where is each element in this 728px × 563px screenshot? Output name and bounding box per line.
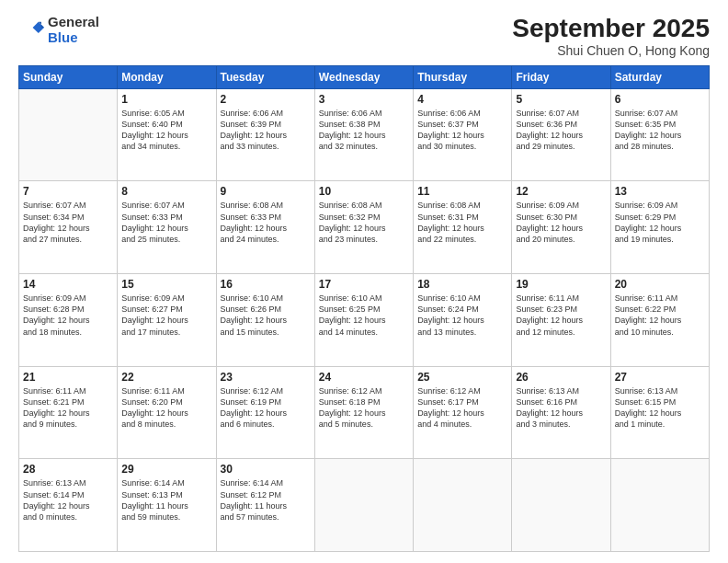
day-number: 14: [23, 278, 113, 291]
calendar-day-header: Monday: [118, 65, 216, 88]
day-info: Sunrise: 6:11 AM Sunset: 6:22 PM Dayligh…: [615, 293, 705, 338]
day-number: 1: [121, 93, 211, 106]
day-number: 17: [319, 278, 409, 291]
logo-text: General Blue: [48, 15, 99, 45]
day-info: Sunrise: 6:10 AM Sunset: 6:26 PM Dayligh…: [221, 293, 311, 338]
day-info: Sunrise: 6:09 AM Sunset: 6:28 PM Dayligh…: [23, 293, 113, 338]
day-info: Sunrise: 6:07 AM Sunset: 6:35 PM Dayligh…: [615, 108, 705, 153]
day-number: 8: [121, 185, 211, 198]
calendar-cell: 30Sunrise: 6:14 AM Sunset: 6:12 PM Dayli…: [216, 459, 314, 552]
day-info: Sunrise: 6:10 AM Sunset: 6:25 PM Dayligh…: [319, 293, 409, 338]
calendar-cell: 20Sunrise: 6:11 AM Sunset: 6:22 PM Dayli…: [610, 274, 709, 367]
title-location: Shui Chuen O, Hong Kong: [512, 43, 710, 58]
page: General Blue September 2025 Shui Chuen O…: [0, 0, 728, 563]
logo-general: General: [48, 15, 99, 30]
day-number: 12: [516, 185, 606, 198]
day-number: 21: [23, 371, 113, 384]
day-number: 27: [615, 371, 705, 384]
calendar-cell: 22Sunrise: 6:11 AM Sunset: 6:20 PM Dayli…: [118, 366, 216, 459]
calendar-cell: 2Sunrise: 6:06 AM Sunset: 6:39 PM Daylig…: [216, 88, 314, 181]
day-info: Sunrise: 6:11 AM Sunset: 6:20 PM Dayligh…: [121, 385, 211, 431]
calendar-cell: 21Sunrise: 6:11 AM Sunset: 6:21 PM Dayli…: [19, 366, 118, 459]
day-number: 25: [417, 371, 507, 384]
day-number: 28: [23, 463, 113, 476]
day-info: Sunrise: 6:08 AM Sunset: 6:32 PM Dayligh…: [319, 200, 409, 245]
day-number: 19: [516, 278, 606, 291]
calendar-cell: 13Sunrise: 6:09 AM Sunset: 6:29 PM Dayli…: [610, 181, 709, 274]
calendar-cell: 9Sunrise: 6:08 AM Sunset: 6:33 PM Daylig…: [216, 181, 314, 274]
calendar-cell: 15Sunrise: 6:09 AM Sunset: 6:27 PM Dayli…: [118, 274, 216, 367]
calendar-cell: 14Sunrise: 6:09 AM Sunset: 6:28 PM Dayli…: [19, 274, 118, 367]
day-number: 4: [417, 93, 507, 106]
day-info: Sunrise: 6:09 AM Sunset: 6:27 PM Dayligh…: [121, 293, 211, 338]
day-number: 30: [221, 463, 311, 476]
calendar-cell: 17Sunrise: 6:10 AM Sunset: 6:25 PM Dayli…: [314, 274, 413, 367]
day-info: Sunrise: 6:07 AM Sunset: 6:36 PM Dayligh…: [516, 108, 606, 153]
calendar-day-header: Thursday: [414, 65, 512, 88]
day-number: 5: [516, 93, 606, 106]
day-info: Sunrise: 6:10 AM Sunset: 6:24 PM Dayligh…: [417, 293, 507, 338]
day-info: Sunrise: 6:07 AM Sunset: 6:34 PM Dayligh…: [23, 200, 113, 245]
calendar-week-row: 21Sunrise: 6:11 AM Sunset: 6:21 PM Dayli…: [19, 366, 710, 459]
title-block: September 2025 Shui Chuen O, Hong Kong: [512, 15, 710, 58]
calendar-cell: 5Sunrise: 6:07 AM Sunset: 6:36 PM Daylig…: [512, 88, 610, 181]
day-number: 26: [516, 371, 606, 384]
day-info: Sunrise: 6:13 AM Sunset: 6:15 PM Dayligh…: [615, 385, 705, 431]
day-number: 22: [121, 371, 211, 384]
day-info: Sunrise: 6:13 AM Sunset: 6:14 PM Dayligh…: [23, 477, 113, 523]
day-info: Sunrise: 6:14 AM Sunset: 6:13 PM Dayligh…: [121, 477, 211, 523]
calendar-cell: 7Sunrise: 6:07 AM Sunset: 6:34 PM Daylig…: [19, 181, 118, 274]
day-number: 11: [417, 185, 507, 198]
calendar-day-header: Wednesday: [314, 65, 413, 88]
svg-marker-0: [33, 21, 44, 32]
calendar-cell: [610, 459, 709, 552]
day-number: 15: [121, 278, 211, 291]
day-info: Sunrise: 6:06 AM Sunset: 6:39 PM Dayligh…: [221, 108, 311, 153]
day-info: Sunrise: 6:11 AM Sunset: 6:23 PM Dayligh…: [516, 293, 606, 338]
day-info: Sunrise: 6:08 AM Sunset: 6:31 PM Dayligh…: [417, 200, 507, 245]
day-number: 7: [23, 185, 113, 198]
calendar-day-header: Tuesday: [216, 65, 314, 88]
calendar-cell: 10Sunrise: 6:08 AM Sunset: 6:32 PM Dayli…: [314, 181, 413, 274]
calendar-cell: 23Sunrise: 6:12 AM Sunset: 6:19 PM Dayli…: [216, 366, 314, 459]
calendar-cell: 18Sunrise: 6:10 AM Sunset: 6:24 PM Dayli…: [414, 274, 512, 367]
calendar-cell: 4Sunrise: 6:06 AM Sunset: 6:37 PM Daylig…: [414, 88, 512, 181]
day-number: 29: [121, 463, 211, 476]
calendar-cell: 29Sunrise: 6:14 AM Sunset: 6:13 PM Dayli…: [118, 459, 216, 552]
day-info: Sunrise: 6:06 AM Sunset: 6:38 PM Dayligh…: [319, 108, 409, 153]
day-info: Sunrise: 6:05 AM Sunset: 6:40 PM Dayligh…: [121, 108, 211, 153]
calendar-cell: 28Sunrise: 6:13 AM Sunset: 6:14 PM Dayli…: [19, 459, 118, 552]
day-number: 6: [615, 93, 705, 106]
calendar-cell: [19, 88, 118, 181]
day-info: Sunrise: 6:12 AM Sunset: 6:18 PM Dayligh…: [319, 385, 409, 431]
calendar-cell: 6Sunrise: 6:07 AM Sunset: 6:35 PM Daylig…: [610, 88, 709, 181]
calendar-day-header: Friday: [512, 65, 610, 88]
calendar-week-row: 14Sunrise: 6:09 AM Sunset: 6:28 PM Dayli…: [19, 274, 710, 367]
day-info: Sunrise: 6:12 AM Sunset: 6:19 PM Dayligh…: [221, 385, 311, 431]
day-info: Sunrise: 6:12 AM Sunset: 6:17 PM Dayligh…: [417, 385, 507, 431]
calendar-cell: [512, 459, 610, 552]
calendar-day-header: Sunday: [19, 65, 118, 88]
logo: General Blue: [18, 15, 99, 45]
calendar-cell: [414, 459, 512, 552]
calendar-cell: 16Sunrise: 6:10 AM Sunset: 6:26 PM Dayli…: [216, 274, 314, 367]
calendar-cell: 12Sunrise: 6:09 AM Sunset: 6:30 PM Dayli…: [512, 181, 610, 274]
title-month: September 2025: [512, 15, 710, 43]
day-number: 18: [417, 278, 507, 291]
day-number: 3: [319, 93, 409, 106]
calendar-cell: 1Sunrise: 6:05 AM Sunset: 6:40 PM Daylig…: [118, 88, 216, 181]
calendar-cell: 25Sunrise: 6:12 AM Sunset: 6:17 PM Dayli…: [414, 366, 512, 459]
calendar-cell: 11Sunrise: 6:08 AM Sunset: 6:31 PM Dayli…: [414, 181, 512, 274]
day-info: Sunrise: 6:14 AM Sunset: 6:12 PM Dayligh…: [221, 477, 311, 523]
day-info: Sunrise: 6:06 AM Sunset: 6:37 PM Dayligh…: [417, 108, 507, 153]
day-info: Sunrise: 6:11 AM Sunset: 6:21 PM Dayligh…: [23, 385, 113, 431]
day-number: 23: [221, 371, 311, 384]
day-number: 16: [221, 278, 311, 291]
logo-icon: [18, 17, 44, 43]
calendar-header-row: SundayMondayTuesdayWednesdayThursdayFrid…: [19, 65, 710, 88]
calendar-cell: 26Sunrise: 6:13 AM Sunset: 6:16 PM Dayli…: [512, 366, 610, 459]
day-number: 13: [615, 185, 705, 198]
day-info: Sunrise: 6:09 AM Sunset: 6:30 PM Dayligh…: [516, 200, 606, 245]
logo-blue: Blue: [48, 30, 99, 46]
calendar-week-row: 1Sunrise: 6:05 AM Sunset: 6:40 PM Daylig…: [19, 88, 710, 181]
